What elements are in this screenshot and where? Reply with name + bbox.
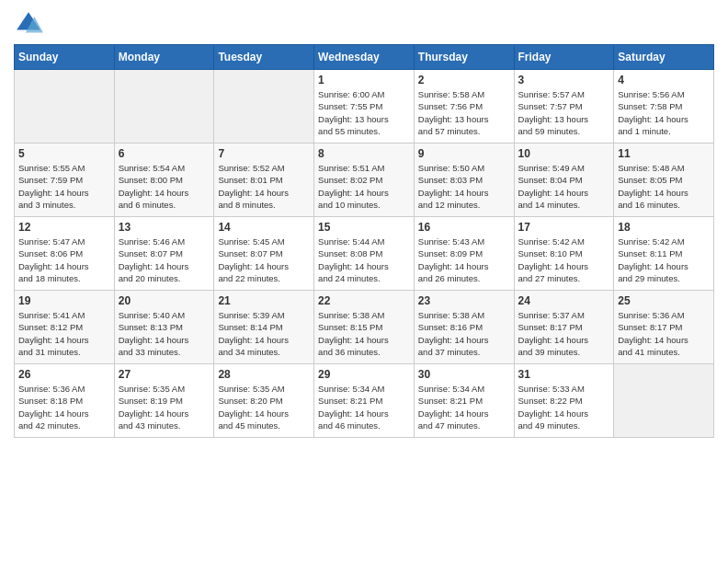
calendar-cell: 3Sunrise: 5:57 AM Sunset: 7:57 PM Daylig… xyxy=(514,70,614,144)
day-info: Sunrise: 5:57 AM Sunset: 7:57 PM Dayligh… xyxy=(518,88,610,137)
calendar-table: SundayMondayTuesdayWednesdayThursdayFrid… xyxy=(14,44,714,438)
day-number: 31 xyxy=(518,368,610,381)
calendar-cell: 20Sunrise: 5:40 AM Sunset: 8:13 PM Dayli… xyxy=(114,291,214,364)
calendar-cell: 29Sunrise: 5:34 AM Sunset: 8:21 PM Dayli… xyxy=(314,364,415,438)
day-number: 10 xyxy=(518,147,610,160)
calendar-cell: 5Sunrise: 5:55 AM Sunset: 7:59 PM Daylig… xyxy=(15,144,115,217)
day-number: 13 xyxy=(119,221,210,234)
day-info: Sunrise: 5:35 AM Sunset: 8:19 PM Dayligh… xyxy=(119,383,210,431)
calendar-cell: 12Sunrise: 5:47 AM Sunset: 8:06 PM Dayli… xyxy=(15,217,115,291)
day-number: 11 xyxy=(618,147,710,160)
day-number: 26 xyxy=(18,368,110,381)
day-number: 7 xyxy=(218,147,310,160)
day-number: 19 xyxy=(18,294,110,307)
day-number: 25 xyxy=(618,294,710,307)
day-info: Sunrise: 5:39 AM Sunset: 8:14 PM Dayligh… xyxy=(218,309,310,358)
calendar-cell: 16Sunrise: 5:43 AM Sunset: 8:09 PM Dayli… xyxy=(414,217,514,291)
logo-icon xyxy=(14,9,43,39)
col-header-saturday: Saturday xyxy=(614,45,714,70)
day-info: Sunrise: 5:34 AM Sunset: 8:21 PM Dayligh… xyxy=(318,383,410,431)
calendar-cell: 21Sunrise: 5:39 AM Sunset: 8:14 PM Dayli… xyxy=(214,291,314,364)
calendar-cell: 30Sunrise: 5:34 AM Sunset: 8:21 PM Dayli… xyxy=(414,364,514,438)
col-header-thursday: Thursday xyxy=(414,45,514,70)
calendar-cell: 18Sunrise: 5:42 AM Sunset: 8:11 PM Dayli… xyxy=(614,217,714,291)
day-info: Sunrise: 5:52 AM Sunset: 8:01 PM Dayligh… xyxy=(218,162,310,211)
day-info: Sunrise: 5:43 AM Sunset: 8:09 PM Dayligh… xyxy=(418,236,510,284)
calendar-cell: 7Sunrise: 5:52 AM Sunset: 8:01 PM Daylig… xyxy=(214,144,314,217)
day-number: 12 xyxy=(18,221,110,234)
day-number: 29 xyxy=(318,368,410,381)
col-header-friday: Friday xyxy=(514,45,614,70)
day-info: Sunrise: 5:42 AM Sunset: 8:10 PM Dayligh… xyxy=(518,236,610,284)
day-number: 14 xyxy=(218,221,310,234)
day-info: Sunrise: 5:49 AM Sunset: 8:04 PM Dayligh… xyxy=(518,162,610,211)
day-info: Sunrise: 5:42 AM Sunset: 8:11 PM Dayligh… xyxy=(618,236,710,284)
day-info: Sunrise: 5:45 AM Sunset: 8:07 PM Dayligh… xyxy=(218,236,310,284)
col-header-wednesday: Wednesday xyxy=(314,45,415,70)
calendar-cell: 19Sunrise: 5:41 AM Sunset: 8:12 PM Dayli… xyxy=(15,291,115,364)
day-number: 9 xyxy=(418,147,510,160)
day-number: 21 xyxy=(218,294,310,307)
day-info: Sunrise: 5:40 AM Sunset: 8:13 PM Dayligh… xyxy=(119,309,210,358)
day-info: Sunrise: 5:50 AM Sunset: 8:03 PM Dayligh… xyxy=(418,162,510,211)
day-info: Sunrise: 5:55 AM Sunset: 7:59 PM Dayligh… xyxy=(18,162,110,211)
day-number: 18 xyxy=(618,221,710,234)
day-info: Sunrise: 5:38 AM Sunset: 8:16 PM Dayligh… xyxy=(418,309,510,358)
day-number: 16 xyxy=(418,221,510,234)
col-header-sunday: Sunday xyxy=(15,45,115,70)
calendar-cell: 26Sunrise: 5:36 AM Sunset: 8:18 PM Dayli… xyxy=(15,364,115,438)
day-info: Sunrise: 5:51 AM Sunset: 8:02 PM Dayligh… xyxy=(318,162,410,211)
calendar-cell: 8Sunrise: 5:51 AM Sunset: 8:02 PM Daylig… xyxy=(314,144,415,217)
page-header xyxy=(14,9,714,39)
day-info: Sunrise: 5:33 AM Sunset: 8:22 PM Dayligh… xyxy=(518,383,610,431)
day-info: Sunrise: 5:35 AM Sunset: 8:20 PM Dayligh… xyxy=(218,383,310,431)
calendar-cell xyxy=(214,70,314,144)
day-number: 2 xyxy=(418,74,510,86)
day-info: Sunrise: 5:48 AM Sunset: 8:05 PM Dayligh… xyxy=(618,162,710,211)
calendar-cell: 1Sunrise: 6:00 AM Sunset: 7:55 PM Daylig… xyxy=(314,70,415,144)
day-info: Sunrise: 5:38 AM Sunset: 8:15 PM Dayligh… xyxy=(318,309,410,358)
calendar-cell: 17Sunrise: 5:42 AM Sunset: 8:10 PM Dayli… xyxy=(514,217,614,291)
day-info: Sunrise: 6:00 AM Sunset: 7:55 PM Dayligh… xyxy=(318,88,410,137)
day-info: Sunrise: 5:58 AM Sunset: 7:56 PM Dayligh… xyxy=(418,88,510,137)
calendar-cell: 15Sunrise: 5:44 AM Sunset: 8:08 PM Dayli… xyxy=(314,217,415,291)
calendar-cell: 27Sunrise: 5:35 AM Sunset: 8:19 PM Dayli… xyxy=(114,364,214,438)
calendar-cell: 13Sunrise: 5:46 AM Sunset: 8:07 PM Dayli… xyxy=(114,217,214,291)
day-info: Sunrise: 5:54 AM Sunset: 8:00 PM Dayligh… xyxy=(119,162,210,211)
calendar-cell xyxy=(114,70,214,144)
day-number: 27 xyxy=(119,368,210,381)
day-info: Sunrise: 5:44 AM Sunset: 8:08 PM Dayligh… xyxy=(318,236,410,284)
day-number: 4 xyxy=(618,74,710,86)
calendar-cell: 9Sunrise: 5:50 AM Sunset: 8:03 PM Daylig… xyxy=(414,144,514,217)
col-header-monday: Monday xyxy=(114,45,214,70)
logo xyxy=(14,9,47,39)
calendar-cell xyxy=(614,364,714,438)
day-number: 17 xyxy=(518,221,610,234)
day-number: 15 xyxy=(318,221,410,234)
day-number: 5 xyxy=(18,147,110,160)
calendar-cell: 22Sunrise: 5:38 AM Sunset: 8:15 PM Dayli… xyxy=(314,291,415,364)
calendar-cell: 10Sunrise: 5:49 AM Sunset: 8:04 PM Dayli… xyxy=(514,144,614,217)
day-number: 23 xyxy=(418,294,510,307)
day-number: 24 xyxy=(518,294,610,307)
day-number: 22 xyxy=(318,294,410,307)
day-number: 20 xyxy=(119,294,210,307)
day-info: Sunrise: 5:34 AM Sunset: 8:21 PM Dayligh… xyxy=(418,383,510,431)
day-info: Sunrise: 5:47 AM Sunset: 8:06 PM Dayligh… xyxy=(18,236,110,284)
calendar-cell xyxy=(15,70,115,144)
calendar-cell: 4Sunrise: 5:56 AM Sunset: 7:58 PM Daylig… xyxy=(614,70,714,144)
day-number: 6 xyxy=(119,147,210,160)
calendar-cell: 31Sunrise: 5:33 AM Sunset: 8:22 PM Dayli… xyxy=(514,364,614,438)
day-info: Sunrise: 5:41 AM Sunset: 8:12 PM Dayligh… xyxy=(18,309,110,358)
day-number: 28 xyxy=(218,368,310,381)
calendar-cell: 6Sunrise: 5:54 AM Sunset: 8:00 PM Daylig… xyxy=(114,144,214,217)
day-number: 3 xyxy=(518,74,610,86)
day-info: Sunrise: 5:36 AM Sunset: 8:17 PM Dayligh… xyxy=(618,309,710,358)
day-number: 1 xyxy=(318,74,410,86)
day-info: Sunrise: 5:56 AM Sunset: 7:58 PM Dayligh… xyxy=(618,88,710,137)
calendar-cell: 2Sunrise: 5:58 AM Sunset: 7:56 PM Daylig… xyxy=(414,70,514,144)
day-info: Sunrise: 5:36 AM Sunset: 8:18 PM Dayligh… xyxy=(18,383,110,431)
day-info: Sunrise: 5:37 AM Sunset: 8:17 PM Dayligh… xyxy=(518,309,610,358)
calendar-cell: 25Sunrise: 5:36 AM Sunset: 8:17 PM Dayli… xyxy=(614,291,714,364)
day-number: 30 xyxy=(418,368,510,381)
